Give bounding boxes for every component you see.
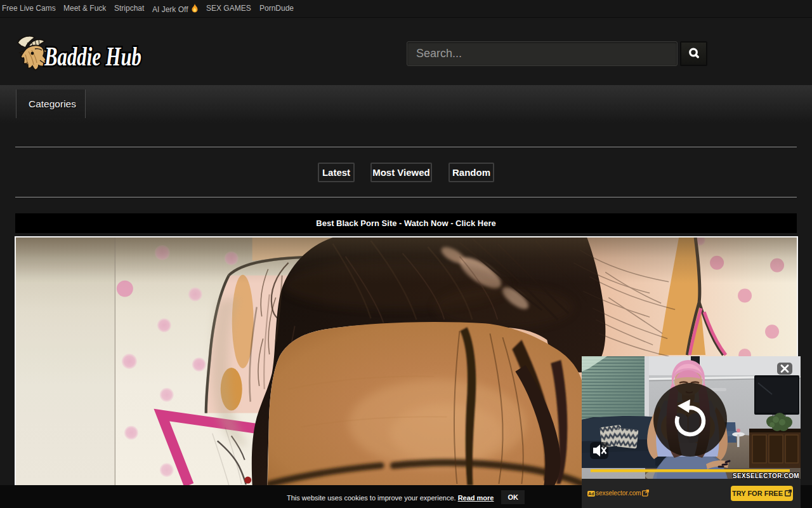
svg-text:Baddie Hub: Baddie Hub (44, 42, 141, 71)
svg-text:SEXSELECTOR.COM: SEXSELECTOR.COM (733, 472, 799, 479)
